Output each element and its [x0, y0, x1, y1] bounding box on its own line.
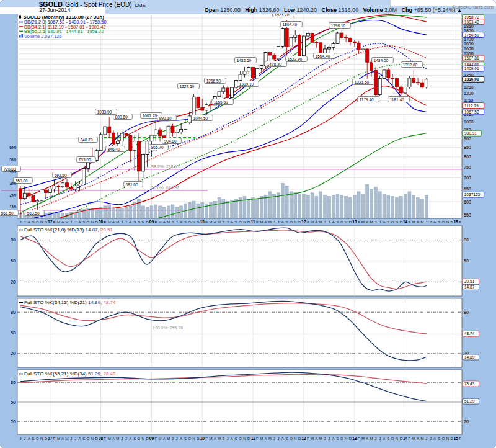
svg-text:J: J: [430, 220, 432, 224]
svg-text:S: S: [82, 437, 85, 441]
svg-text:A: A: [332, 437, 335, 441]
svg-text:D: D: [146, 437, 149, 441]
svg-text:O: O: [239, 437, 242, 441]
svg-text:20: 20: [11, 351, 16, 356]
svg-text:A: A: [281, 437, 284, 441]
svg-text:F: F: [358, 437, 360, 441]
svg-text:J: J: [20, 437, 22, 441]
svg-text:J: J: [172, 437, 174, 441]
svg-text:1700: 1700: [464, 37, 474, 42]
svg-text:D: D: [298, 437, 301, 441]
svg-text:14: 14: [403, 220, 408, 224]
svg-text:D: D: [298, 220, 301, 224]
svg-text:1316.00: 1316.00: [464, 77, 479, 81]
svg-text:M: M: [420, 437, 423, 441]
svg-text:A: A: [61, 437, 64, 441]
svg-text:M: M: [260, 220, 263, 224]
svg-text:13: 13: [352, 436, 357, 441]
svg-text:J: J: [379, 220, 381, 224]
svg-text:A: A: [129, 220, 131, 224]
svg-text:J: J: [430, 437, 432, 441]
svg-text:N: N: [294, 437, 296, 441]
svg-text:S: S: [336, 437, 339, 441]
svg-text:S: S: [438, 220, 440, 224]
svg-text:F: F: [104, 437, 107, 441]
svg-text:M: M: [361, 437, 365, 441]
svg-text:M: M: [159, 220, 162, 224]
svg-text:Volume 2,037,125: Volume 2,037,125: [24, 34, 61, 39]
svg-text:15: 15: [454, 220, 459, 224]
svg-text:733.00: 733.00: [79, 158, 91, 162]
svg-text:J: J: [24, 437, 25, 441]
svg-text:1155.60: 1155.60: [214, 100, 228, 104]
svg-text:A: A: [383, 220, 386, 224]
svg-text:1804.40: 1804.40: [283, 22, 298, 27]
svg-text:N: N: [345, 220, 347, 224]
svg-text:51.29: 51.29: [464, 399, 475, 403]
svg-text:1150: 1150: [464, 98, 473, 102]
svg-text:N: N: [243, 220, 246, 224]
svg-text:J: J: [125, 437, 127, 441]
svg-text:N: N: [91, 220, 94, 224]
svg-text:865.70: 865.70: [151, 145, 164, 150]
svg-text:F: F: [307, 220, 309, 224]
volume-label: Volume: [363, 7, 383, 13]
svg-text:848.70: 848.70: [81, 138, 93, 142]
svg-text:O: O: [138, 437, 141, 441]
svg-text:550: 550: [464, 213, 471, 217]
svg-text:N: N: [446, 437, 449, 441]
left-volume-axis: 6M5M4M3M2M1M: [9, 145, 17, 209]
svg-text:J: J: [278, 437, 280, 441]
svg-text:A: A: [28, 437, 30, 441]
svg-text:O: O: [239, 220, 242, 224]
svg-text:A: A: [78, 437, 81, 441]
svg-text:M: M: [319, 220, 322, 224]
svg-text:1000: 1000: [464, 120, 474, 124]
svg-text:07: 07: [48, 436, 53, 441]
date-axis-main: JJASOND07FMAMJJASOND08FMAMJJASOND09FMAMJ…: [20, 220, 462, 224]
svg-text:1033.90: 1033.90: [97, 110, 112, 114]
svg-text:D: D: [349, 437, 352, 441]
svg-text:O: O: [87, 220, 90, 224]
svg-text:D: D: [95, 220, 99, 224]
svg-text:2037125: 2037125: [464, 192, 480, 197]
svg-text:1478.30: 1478.30: [267, 62, 282, 66]
svg-text:O: O: [442, 220, 445, 224]
svg-text:563.50: 563.50: [27, 211, 40, 215]
svg-text:O: O: [340, 437, 343, 441]
svg-text:1600: 1600: [464, 47, 474, 51]
svg-text:50.0%: 644.82: 50.0%: 644.82: [151, 186, 179, 190]
svg-text:J: J: [223, 220, 224, 224]
svg-text:1750.50: 1750.50: [464, 33, 479, 37]
svg-text:1044.50: 1044.50: [193, 116, 208, 120]
svg-text:D: D: [400, 437, 403, 441]
svg-text:A: A: [231, 220, 233, 224]
svg-text:F: F: [409, 220, 411, 224]
svg-text:S: S: [82, 220, 85, 224]
svg-text:F: F: [154, 220, 157, 224]
svg-text:F: F: [459, 437, 461, 441]
svg-text:O: O: [340, 220, 343, 224]
svg-text:1523.90: 1523.90: [288, 57, 303, 61]
high-value: 1326.60: [259, 7, 280, 13]
svg-text:J: J: [223, 437, 224, 441]
svg-text:20: 20: [464, 419, 469, 424]
svg-text:J: J: [374, 437, 376, 441]
stockcharts-chart: 38.2%: 738.6550.0%: 644.82100.0%: 255.76…: [0, 0, 496, 448]
svg-text:O: O: [36, 220, 39, 224]
svg-text:A: A: [366, 437, 368, 441]
svg-text:J: J: [74, 437, 76, 441]
svg-text:J: J: [227, 437, 229, 441]
svg-text:09: 09: [149, 436, 154, 441]
svg-text:J: J: [121, 437, 123, 441]
svg-text:J: J: [328, 437, 330, 441]
svg-text:1392.60: 1392.60: [403, 63, 418, 67]
svg-text:850: 850: [464, 145, 471, 150]
svg-text:11: 11: [251, 436, 255, 441]
svg-text:1507.81: 1507.81: [464, 56, 479, 60]
svg-text:10: 10: [200, 436, 205, 441]
svg-text:S: S: [387, 437, 389, 441]
svg-text:J: J: [172, 220, 174, 224]
svg-text:A: A: [281, 220, 284, 224]
svg-text:14.87: 14.87: [464, 285, 475, 289]
